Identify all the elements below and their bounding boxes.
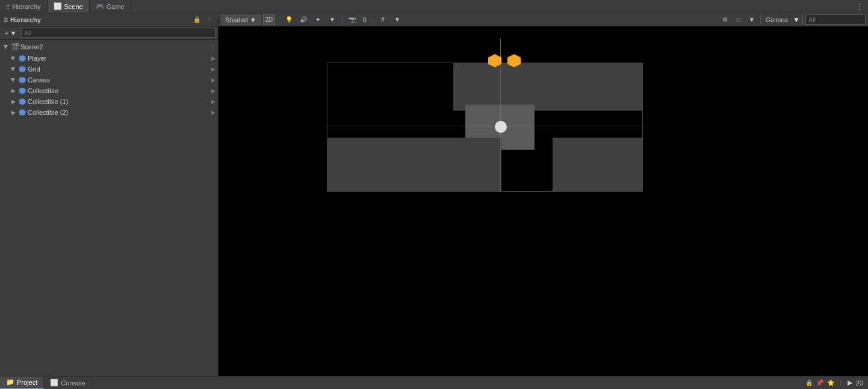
collectible-label: Collectible: [28, 87, 58, 94]
top-tab-bar: ≡ Hierarchy ⬜ Scene 🎮 Game ⋮: [0, 0, 868, 13]
hierarchy-tab-icon: ≡: [6, 3, 10, 10]
project-tab-label: Project: [17, 379, 37, 386]
collectible1-cube-icon: [18, 97, 26, 106]
grid-btn[interactable]: #: [377, 14, 389, 25]
hierarchy-item-collectible2[interactable]: ▶ Collectible (2) ▶: [0, 107, 218, 118]
canvas-arrow: ▶: [211, 77, 215, 83]
canvas-cube-icon: [18, 76, 26, 84]
light-btn[interactable]: 💡: [283, 14, 295, 25]
scene-search-input[interactable]: [805, 14, 866, 25]
hierarchy-drag-icon: ≡: [4, 16, 8, 24]
hierarchy-lock-btn[interactable]: 🔒: [191, 16, 202, 23]
hierarchy-search-input[interactable]: [21, 28, 215, 38]
sep5: [802, 15, 803, 25]
sep1: [279, 15, 279, 25]
grid-cube-icon: [18, 65, 26, 73]
scene-expand-arrow: ▶: [2, 43, 10, 51]
platform-bottom-right: [553, 138, 643, 192]
collectible1-expand-arrow: ▶: [10, 98, 17, 105]
count-badge: ▶: [848, 379, 852, 387]
player-expand-arrow: ▶: [10, 55, 17, 62]
camera-icon-btn[interactable]: 📷: [346, 14, 358, 25]
collectible-cube-icon: [18, 87, 26, 95]
bottom-dots-icon[interactable]: ⋮: [838, 379, 844, 386]
scene-tab-icon: ⬜: [54, 2, 62, 10]
add-label: +: [5, 29, 8, 37]
2d-toggle-btn[interactable]: 2D: [263, 14, 275, 25]
gizmos-dropdown-icon: ▼: [793, 16, 800, 24]
shading-dropdown-icon: ▼: [250, 16, 256, 23]
top-bar-right: ⚙ □ ▼ Gizmos ▼: [719, 14, 866, 25]
hierarchy-item-player[interactable]: ▶ Player ▶: [0, 53, 218, 64]
hierarchy-header: ≡ Hierarchy 🔒 ⋮: [0, 13, 218, 26]
view-dropdown-btn[interactable]: ▼: [746, 14, 758, 25]
select-line-v: [500, 38, 501, 63]
shading-mode-select[interactable]: Shaded ▼: [221, 15, 261, 25]
add-dropdown-icon: ▼: [10, 29, 16, 37]
sep3: [373, 15, 373, 25]
collectible-hex-2: [507, 54, 521, 67]
collectible2-expand-arrow: ▶: [10, 109, 17, 116]
collectible2-arrow: ▶: [211, 109, 215, 115]
player-object: [495, 121, 507, 133]
hierarchy-panel: ≡ Hierarchy 🔒 ⋮ + ▼ ▶ 🎬 Scene2 ⋮ ▶: [0, 13, 219, 376]
collectible1-arrow: ▶: [211, 99, 215, 105]
platform-bottom-left: [327, 138, 501, 192]
grid-dropdown-btn[interactable]: ▼: [391, 14, 403, 25]
tab-scene[interactable]: ⬜ Scene: [48, 0, 90, 13]
audio-num-label: 0: [361, 16, 369, 23]
bottom-tab-actions: 🔒 📌 ⭐ ⋮ ▶ 20: [805, 379, 868, 387]
top-tab-more[interactable]: ⋮: [851, 2, 868, 11]
scene-canvas: [219, 26, 868, 376]
bottom-tabs: 📁 Project ⬜ Console 🔒 📌 ⭐ ⋮ ▶ 20: [0, 376, 868, 389]
hierarchy-tab-label: Hierarchy: [12, 3, 40, 10]
console-tab-label: Console: [61, 379, 85, 387]
hierarchy-item-collectible1[interactable]: ▶ Collectible (1) ▶: [0, 96, 218, 107]
bottom-lock-icon[interactable]: 🔒: [805, 379, 813, 386]
tab-game[interactable]: 🎮 Game: [90, 0, 131, 13]
count-number: 20: [856, 379, 863, 387]
hierarchy-add-button[interactable]: + ▼: [2, 28, 19, 38]
console-tab-icon: ⬜: [50, 379, 58, 387]
hierarchy-item-collectible[interactable]: ▶ Collectible ▶: [0, 85, 218, 96]
view-btn[interactable]: □: [733, 14, 745, 25]
collectible1-label: Collectible (1): [28, 98, 68, 105]
settings-btn[interactable]: ⚙: [719, 14, 731, 25]
tab-console[interactable]: ⬜ Console: [44, 376, 91, 389]
bottom-pin-icon[interactable]: 📌: [816, 379, 823, 386]
sep4: [760, 15, 761, 25]
hierarchy-title: Hierarchy: [10, 16, 189, 23]
main-layout: ≡ Hierarchy 🔒 ⋮ + ▼ ▶ 🎬 Scene2 ⋮ ▶: [0, 13, 868, 376]
player-label: Player: [28, 55, 46, 62]
sep2: [342, 15, 343, 25]
grid-arrow: ▶: [211, 66, 215, 72]
player-cube-icon: [18, 54, 26, 63]
fx-dropdown-btn[interactable]: ▼: [326, 14, 338, 25]
scene-dots-btn[interactable]: ⋮: [209, 44, 215, 51]
hierarchy-toolbar: + ▼: [0, 26, 218, 40]
tab-hierarchy[interactable]: ≡ Hierarchy: [0, 0, 48, 13]
2d-label: 2D: [265, 16, 273, 23]
bottom-star-icon[interactable]: ⭐: [827, 379, 834, 386]
hierarchy-item-grid[interactable]: ▶ Grid ▶: [0, 64, 218, 75]
gizmos-label: Gizmos: [763, 16, 790, 23]
canvas-expand-arrow: ▶: [10, 76, 17, 84]
shading-mode-label: Shaded: [225, 16, 248, 23]
tab-project[interactable]: 📁 Project: [0, 376, 44, 389]
scene-view: Shaded ▼ 2D 💡 🔊 ✦ ▼ 📷 0 # ▼ ⚙ □ ▼: [219, 13, 868, 376]
hierarchy-dots-btn[interactable]: ⋮: [205, 16, 214, 23]
grid-expand-arrow: ▶: [10, 66, 17, 73]
collectible2-label: Collectible (2): [28, 109, 68, 116]
fx-btn[interactable]: ✦: [312, 14, 324, 25]
hierarchy-content: ▶ 🎬 Scene2 ⋮ ▶ Player ▶ ▶ Grid ▶ ▶: [0, 40, 218, 376]
collectible-expand-arrow: ▶: [10, 87, 17, 94]
audio-btn[interactable]: 🔊: [297, 14, 309, 25]
gizmos-area: Gizmos ▼: [763, 16, 800, 24]
hierarchy-item-canvas[interactable]: ▶ Canvas ▶: [0, 75, 218, 85]
scene-root[interactable]: ▶ 🎬 Scene2 ⋮: [0, 41, 218, 53]
scene-label: Scene2: [20, 43, 43, 51]
collectible-arrow: ▶: [211, 88, 215, 94]
scene-icon: 🎬: [11, 43, 19, 51]
center-line-h: [327, 126, 643, 126]
collectible2-cube-icon: [18, 108, 26, 117]
